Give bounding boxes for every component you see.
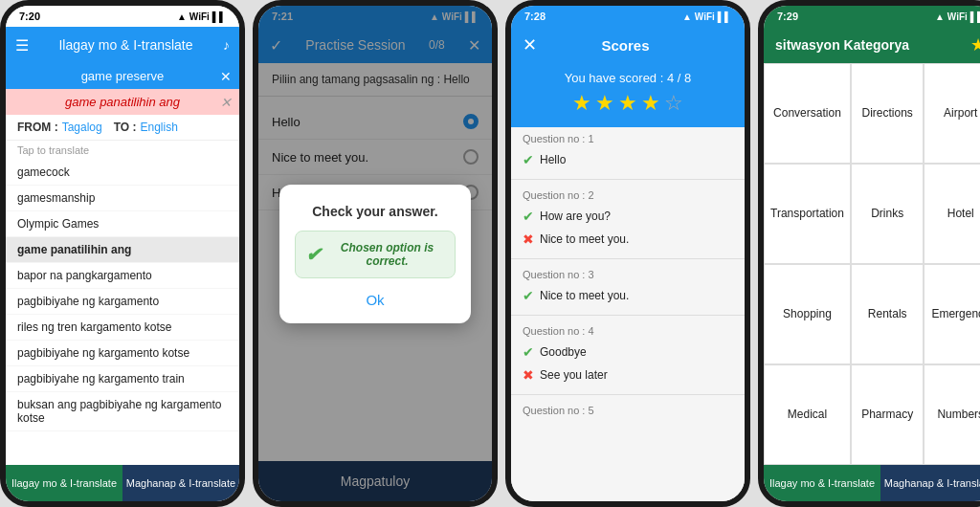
word-item[interactable]: gamesmanship [6, 186, 239, 211]
word-item[interactable]: Olympic Games [6, 211, 239, 237]
word-item-highlighted[interactable]: game panatilihin ang [6, 237, 239, 263]
question-block-3: Question no : 3 ✔ Nice to meet you. [511, 263, 745, 311]
phone3-title: Scores [601, 37, 649, 54]
modal-title: Check your answer. [295, 204, 456, 219]
answer-text: Goodbye [540, 345, 587, 359]
category-hotel[interactable]: Hotel [924, 164, 980, 264]
category-grid: Conversation Directions Airport Transpor… [764, 63, 980, 465]
game-preserve-close[interactable]: ✕ [220, 69, 232, 84]
answer-item: ✔ How are you? [523, 205, 733, 228]
correct-icon: ✔ [523, 344, 534, 360]
question-block-2: Question no : 2 ✔ How are you? ✖ Nice to… [511, 184, 745, 254]
status-time-1: 7:20 [19, 11, 40, 22]
modal-correct-text: Chosen option is correct. [329, 241, 445, 268]
question-no-5: Question no : 5 [523, 405, 733, 416]
q-divider [511, 394, 745, 395]
modal-overlay: Check your answer. ✔ Chosen option is co… [258, 6, 492, 501]
to-label: TO : [114, 121, 137, 134]
modal-box: Check your answer. ✔ Chosen option is co… [279, 185, 471, 323]
star-3: ★ [618, 91, 637, 116]
answer-text: How are you? [540, 209, 611, 223]
favorites-star-icon[interactable]: ★ [970, 34, 980, 55]
answer-text: See you later [540, 368, 608, 382]
status-time-3: 7:28 [524, 11, 546, 22]
question-no-4: Question no : 4 [523, 325, 733, 337]
score-section: You have scored : 4 / 8 ★ ★ ★ ★ ☆ [511, 63, 745, 127]
from-label: FROM : [17, 121, 58, 134]
status-bar-1: 7:20 ▲ WiFi ▌▌ [6, 6, 239, 27]
star-5: ☆ [664, 91, 683, 116]
question-no-3: Question no : 3 [523, 269, 733, 280]
lang-row: FROM : Tagalog TO : English [6, 115, 239, 141]
score-text: You have scored : 4 / 8 [511, 71, 745, 85]
word-list: gamecock gamesmanship Olympic Games game… [6, 160, 239, 465]
q-divider [511, 258, 745, 259]
category-directions[interactable]: Directions [851, 63, 924, 164]
modal-ok-button[interactable]: Ok [295, 292, 456, 308]
phone-4: 7:29 ▲ WiFi ▌▌ sitwasyon Kategorya ★ Con… [758, 0, 980, 507]
footer-search-button[interactable]: Maghanap & I-translate [122, 465, 239, 501]
to-lang[interactable]: English [140, 121, 177, 134]
modal-check-icon: ✔ [305, 243, 322, 266]
category-pharmacy[interactable]: Pharmacy [851, 364, 924, 465]
answer-text: Hello [540, 153, 566, 166]
correct-icon: ✔ [523, 152, 534, 167]
category-conversation[interactable]: Conversation [764, 63, 851, 164]
correct-icon: ✔ [523, 209, 534, 224]
category-drinks[interactable]: Drinks [851, 164, 924, 264]
music-icon[interactable]: ♪ [223, 37, 230, 53]
phone1-header: ☰ Ilagay mo & I-translate ♪ [6, 27, 239, 63]
from-lang[interactable]: Tagalog [62, 121, 102, 134]
answer-text: Nice to meet you. [540, 232, 629, 246]
category-transportation[interactable]: Transportation [764, 164, 851, 264]
category-emergency[interactable]: Emergency [924, 264, 980, 364]
questions-list: Question no : 1 ✔ Hello Question no : 2 … [511, 127, 745, 501]
star-1: ★ [572, 91, 591, 116]
phone-2: 7:21 ▲ WiFi ▌▌ ✓ Practise Session 0/8 ✕ … [253, 0, 498, 507]
stars-display: ★ ★ ★ ★ ☆ [511, 91, 745, 116]
phone4-title: sitwasyon Kategorya [775, 37, 909, 53]
wrong-icon: ✖ [523, 367, 534, 383]
game-preserve-button[interactable]: game preserve ✕ [6, 63, 239, 89]
answer-item: ✖ See you later [523, 364, 733, 386]
star-4: ★ [641, 91, 660, 116]
status-time-4: 7:29 [777, 11, 798, 22]
answer-text: Nice to meet you. [540, 289, 629, 302]
game-preserve-label: game preserve [81, 69, 165, 83]
status-bar-4: 7:29 ▲ WiFi ▌▌ [764, 6, 980, 27]
footer-translate-button-4[interactable]: Ilagay mo & I-translate [764, 465, 880, 501]
q-divider [511, 315, 745, 316]
category-medical[interactable]: Medical [764, 364, 851, 465]
phone1-footer: Ilagay mo & I-translate Maghanap & I-tra… [6, 465, 239, 501]
game-panatilihin-label: game panatilihin ang [65, 95, 180, 109]
game-panatilihin-close[interactable]: ✕ [220, 95, 232, 110]
game-panatilihin-button[interactable]: game panatilihin ang ✕ [6, 89, 239, 115]
wrong-icon: ✖ [523, 231, 534, 247]
word-item[interactable]: pagbibiyahe ng kargamento kotse [6, 341, 239, 366]
modal-correct-box: ✔ Chosen option is correct. [295, 231, 456, 278]
status-icons-3: ▲ WiFi ▌▌ [682, 11, 731, 22]
category-numbers[interactable]: Numbers [924, 364, 980, 465]
answer-item: ✔ Nice to meet you. [523, 284, 733, 307]
category-shopping[interactable]: Shopping [764, 264, 851, 364]
close-scores-button[interactable]: ✕ [523, 34, 537, 55]
footer-search-button-4[interactable]: Maghanap & I-translate [880, 465, 980, 501]
answer-item: ✖ Nice to meet you. [523, 228, 733, 251]
footer-translate-button[interactable]: Ilagay mo & I-translate [6, 465, 122, 501]
word-item[interactable]: riles ng tren kargamento kotse [6, 315, 239, 341]
question-block-5: Question no : 5 [511, 399, 745, 424]
phone4-header: sitwasyon Kategorya ★ [764, 27, 980, 63]
question-block-4: Question no : 4 ✔ Goodbye ✖ See you late… [511, 320, 745, 390]
word-item[interactable]: bapor na pangkargamento [6, 263, 239, 289]
word-item[interactable]: pagbibiyahe ng kargamento [6, 289, 239, 315]
word-item[interactable]: pagbibiyahe ng kargamento train [6, 366, 239, 392]
phone1-title: Ilagay mo & I-translate [34, 37, 217, 53]
phone4-footer: Ilagay mo & I-translate Maghanap & I-tra… [764, 465, 980, 501]
question-no-1: Question no : 1 [523, 133, 733, 144]
menu-icon[interactable]: ☰ [15, 36, 29, 55]
word-item[interactable]: gamecock [6, 160, 239, 186]
category-rentals[interactable]: Rentals [851, 264, 924, 364]
word-item[interactable]: buksan ang pagbibiyahe ng kargamento kot… [6, 392, 239, 431]
question-block-1: Question no : 1 ✔ Hello [511, 127, 745, 175]
category-airport[interactable]: Airport [924, 63, 980, 164]
